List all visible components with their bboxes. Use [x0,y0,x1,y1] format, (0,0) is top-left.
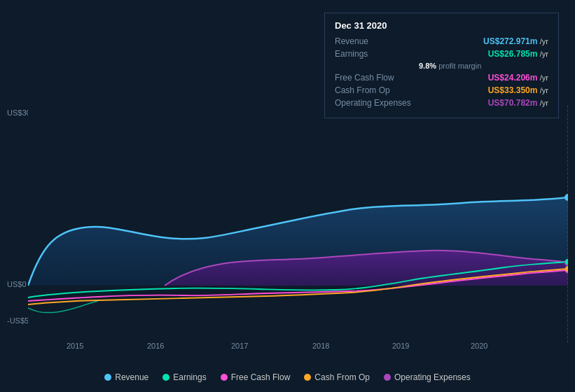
tooltip-value-earnings: US$26.785m /yr [488,49,548,59]
y-label-0: US$0 [7,280,27,288]
tooltip-row-opex: Operating Expenses US$70.782m /yr [335,98,548,108]
legend-dot-earnings [162,374,169,381]
legend-label-fcf: Free Cash Flow [231,372,291,382]
legend-label-revenue: Revenue [115,372,148,382]
tooltip-value-revenue: US$272.971m /yr [483,36,548,46]
x-label-2018: 2018 [312,342,329,350]
legend-item-revenue: Revenue [104,372,148,382]
tooltip-label-earnings: Earnings [335,49,419,59]
tooltip-label-revenue: Revenue [335,36,419,46]
legend-item-cashfromop: Cash From Op [304,372,370,382]
tooltip-label-opex: Operating Expenses [335,98,419,108]
tooltip-row-cashfromop: Cash From Op US$33.350m /yr [335,85,548,95]
tooltip-value-opex: US$70.782m /yr [488,98,548,108]
chart-svg [28,105,568,343]
x-label-2019: 2019 [392,342,409,350]
tooltip-box: Dec 31 2020 Revenue US$272.971m /yr Earn… [324,13,559,118]
chart-legend: Revenue Earnings Free Cash Flow Cash Fro… [0,372,575,382]
legend-dot-cashfromop [304,374,311,381]
tooltip-title: Dec 31 2020 [335,20,548,31]
x-label-2017: 2017 [231,342,248,350]
tooltip-row-earnings: Earnings US$26.785m /yr [335,49,548,59]
tooltip-row-revenue: Revenue US$272.971m /yr [335,36,548,46]
legend-label-opex: Operating Expenses [394,372,471,382]
tooltip-row-fcf: Free Cash Flow US$24.206m /yr [335,73,548,83]
legend-label-cashfromop: Cash From Op [314,372,370,382]
tooltip-label-fcf: Free Cash Flow [335,73,419,83]
tooltip-value-cashfromop: US$33.350m /yr [488,85,548,95]
tooltip-label-cashfromop: Cash From Op [335,85,419,95]
legend-item-fcf: Free Cash Flow [221,372,291,382]
legend-dot-opex [384,374,391,381]
x-label-2020: 2020 [471,342,487,350]
tooltip-value-fcf: US$24.206m /yr [488,73,548,83]
legend-label-earnings: Earnings [173,372,206,382]
x-label-2016: 2016 [147,342,164,350]
legend-dot-fcf [221,374,228,381]
legend-item-earnings: Earnings [162,372,206,382]
legend-dot-revenue [104,374,111,381]
tooltip-profit-margin: 9.8% profit margin [335,62,548,70]
legend-item-opex: Operating Expenses [384,372,471,382]
x-label-2015: 2015 [67,342,83,350]
